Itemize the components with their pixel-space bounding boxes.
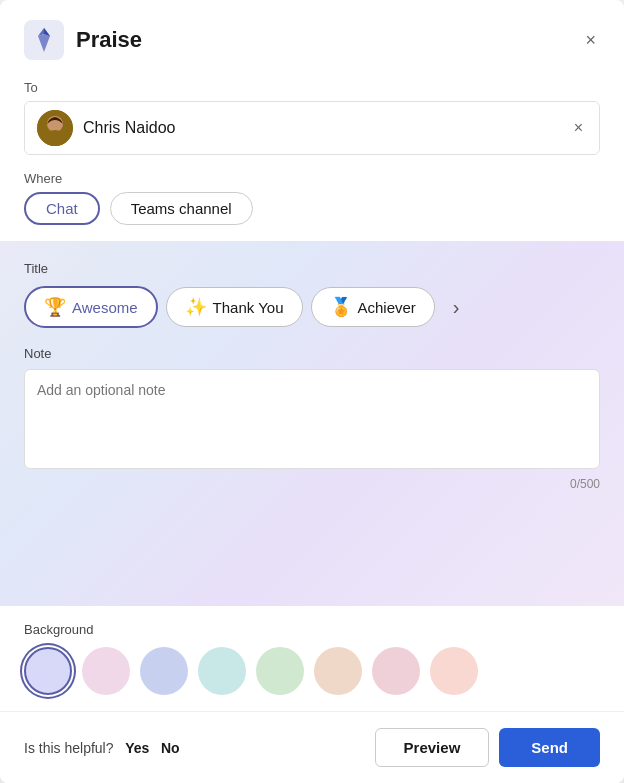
swatch-teal[interactable] <box>198 647 246 695</box>
praise-icon <box>24 20 64 60</box>
achiever-label: Achiever <box>358 299 416 316</box>
to-section: To Chris Naidoo × <box>0 76 624 167</box>
swatch-peach[interactable] <box>314 647 362 695</box>
recipient-clear-button[interactable]: × <box>570 117 587 139</box>
where-teams-button[interactable]: Teams channel <box>110 192 253 225</box>
praise-modal: Praise × To Chris Naidoo × Where Chat Te… <box>0 0 624 783</box>
awesome-emoji: 🏆 <box>44 296 66 318</box>
background-swatches <box>24 647 600 695</box>
badge-thankyou-button[interactable]: ✨ Thank You <box>166 287 303 327</box>
modal-title: Praise <box>76 27 581 53</box>
avatar <box>37 110 73 146</box>
helpful-text: Is this helpful? Yes No <box>24 740 375 756</box>
badge-awesome-button[interactable]: 🏆 Awesome <box>24 286 158 328</box>
to-label: To <box>24 80 600 95</box>
swatch-lavender[interactable] <box>24 647 72 695</box>
note-textarea[interactable] <box>24 369 600 469</box>
swatch-periwinkle[interactable] <box>140 647 188 695</box>
where-label: Where <box>24 171 600 186</box>
where-buttons: Chat Teams channel <box>24 192 600 225</box>
note-label: Note <box>24 346 600 361</box>
background-label: Background <box>24 622 600 637</box>
thankyou-emoji: ✨ <box>185 296 207 318</box>
where-section: Where Chat Teams channel <box>0 167 624 241</box>
modal-header: Praise × <box>0 0 624 76</box>
background-section: Background <box>0 606 624 711</box>
preview-button[interactable]: Preview <box>375 728 490 767</box>
badge-achiever-button[interactable]: 🏅 Achiever <box>311 287 435 327</box>
helpful-yes-button[interactable]: Yes <box>125 740 149 756</box>
achiever-emoji: 🏅 <box>330 296 352 318</box>
swatch-blush[interactable] <box>430 647 478 695</box>
title-badges: 🏆 Awesome ✨ Thank You 🏅 Achiever › <box>24 286 600 328</box>
thankyou-label: Thank You <box>213 299 284 316</box>
note-count: 0/500 <box>24 477 600 491</box>
close-button[interactable]: × <box>581 26 600 55</box>
where-chat-button[interactable]: Chat <box>24 192 100 225</box>
gradient-section: Title 🏆 Awesome ✨ Thank You 🏅 Achiever ›… <box>0 241 624 606</box>
footer: Is this helpful? Yes No Preview Send <box>0 711 624 783</box>
swatch-pink[interactable] <box>82 647 130 695</box>
helpful-label: Is this helpful? <box>24 740 114 756</box>
swatch-mint[interactable] <box>256 647 304 695</box>
awesome-label: Awesome <box>72 299 138 316</box>
helpful-no-button[interactable]: No <box>161 740 180 756</box>
swatch-rose[interactable] <box>372 647 420 695</box>
recipient-name: Chris Naidoo <box>83 119 570 137</box>
footer-actions: Preview Send <box>375 728 600 767</box>
recipient-row: Chris Naidoo × <box>24 101 600 155</box>
send-button[interactable]: Send <box>499 728 600 767</box>
title-label: Title <box>24 261 600 276</box>
more-badges-button[interactable]: › <box>445 292 468 323</box>
